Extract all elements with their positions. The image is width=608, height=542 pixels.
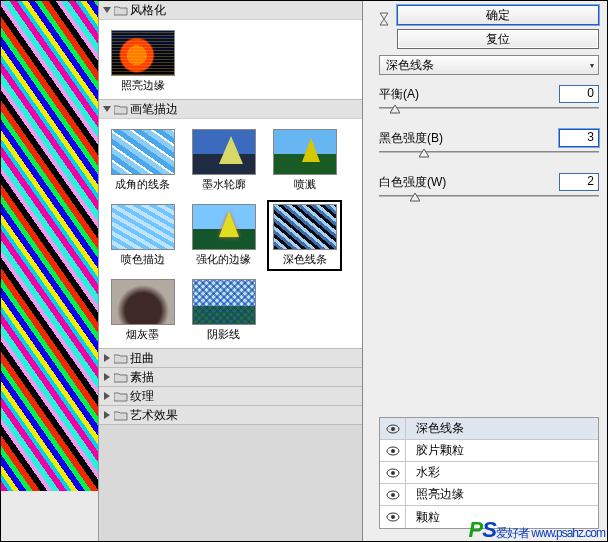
filter-select[interactable]: 深色线条 ▾ (379, 55, 599, 75)
thumb-dark-strokes[interactable]: 深色线条 (267, 200, 342, 271)
eye-icon (386, 468, 400, 478)
layer-name: 深色线条 (406, 420, 464, 437)
slider-black-intensity: 黑色强度(B) 3 (379, 129, 599, 163)
layer-row[interactable]: 水彩 (380, 462, 598, 484)
preview-pane (1, 1, 99, 541)
black-track[interactable] (379, 149, 599, 163)
thumb-sumi-e[interactable]: 烟灰墨 (105, 275, 180, 346)
layer-row[interactable]: 深色线条 (380, 418, 598, 440)
folder-icon (114, 5, 128, 16)
category-header-artistic[interactable]: 艺术效果 (99, 406, 362, 424)
folder-icon (114, 372, 128, 383)
chevron-down-icon (103, 6, 112, 15)
svg-marker-5 (104, 411, 110, 419)
eye-icon (386, 424, 400, 434)
svg-marker-3 (104, 373, 110, 381)
category-stylize: 风格化 照亮边缘 (99, 1, 362, 100)
visibility-toggle[interactable] (380, 462, 406, 483)
layer-row[interactable]: 照亮边缘 (380, 484, 598, 506)
white-track[interactable] (379, 193, 599, 207)
svg-point-14 (391, 449, 395, 453)
balance-track[interactable] (379, 105, 599, 119)
thumb-spatter[interactable]: 喷溅 (267, 125, 342, 196)
svg-point-20 (391, 515, 395, 519)
watermark: PS爱好者 www.psahz.com (469, 517, 605, 542)
thumb-angled-strokes[interactable]: 成角的线条 (105, 125, 180, 196)
chevron-right-icon (103, 373, 112, 382)
thumb-crosshatch[interactable]: 阴影线 (186, 275, 261, 346)
svg-point-16 (391, 471, 395, 475)
chevron-right-icon (103, 354, 112, 363)
slider-label: 黑色强度(B) (379, 130, 443, 147)
chevron-right-icon (103, 392, 112, 401)
folder-icon (114, 410, 128, 421)
panel-collapse-icon[interactable] (379, 5, 393, 32)
preview-image (1, 1, 98, 491)
eye-icon (386, 446, 400, 456)
chevron-right-icon (103, 411, 112, 420)
slider-handle-icon (410, 193, 420, 203)
white-intensity-input[interactable]: 2 (559, 173, 599, 191)
chevron-down-icon: ▾ (590, 61, 594, 70)
svg-marker-0 (103, 7, 111, 13)
category-brush-strokes: 画笔描边 成角的线条 墨水轮廓 喷溅 喷色描边 强化的边缘 深色线条 烟灰墨 阴… (99, 100, 362, 349)
slider-label: 平衡(A) (379, 86, 419, 103)
svg-point-12 (391, 427, 395, 431)
folder-icon (114, 353, 128, 364)
svg-marker-4 (104, 392, 110, 400)
svg-marker-7 (380, 19, 388, 25)
visibility-toggle[interactable] (380, 506, 406, 528)
thumb-image (111, 30, 175, 76)
layer-row[interactable]: 胶片颗粒 (380, 440, 598, 462)
folder-icon (114, 104, 128, 115)
ok-button[interactable]: 确定 (397, 5, 599, 25)
options-panel: 确定 复位 深色线条 ▾ 平衡(A) 0 黑色强度(B) 3 (375, 1, 607, 541)
visibility-toggle[interactable] (380, 418, 406, 439)
category-header-sketch[interactable]: 素描 (99, 368, 362, 386)
balance-input[interactable]: 0 (559, 85, 599, 103)
category-header-brush[interactable]: 画笔描边 (99, 100, 362, 118)
category-header-distort[interactable]: 扭曲 (99, 349, 362, 367)
svg-point-18 (391, 493, 395, 497)
folder-icon (114, 391, 128, 402)
thumb-label: 照亮边缘 (121, 78, 165, 93)
black-intensity-input[interactable]: 3 (559, 129, 599, 147)
svg-marker-2 (104, 354, 110, 362)
reset-button[interactable]: 复位 (397, 29, 599, 49)
filter-select-value: 深色线条 (386, 57, 434, 74)
slider-white-intensity: 白色强度(W) 2 (379, 173, 599, 207)
svg-marker-10 (410, 193, 420, 201)
visibility-toggle[interactable] (380, 484, 406, 505)
chevron-down-icon (103, 105, 112, 114)
slider-handle-icon (390, 105, 400, 115)
visibility-toggle[interactable] (380, 440, 406, 461)
svg-marker-8 (390, 105, 400, 113)
thumb-sprayed-strokes[interactable]: 喷色描边 (105, 200, 180, 271)
slider-label: 白色强度(W) (379, 174, 446, 191)
layer-name: 照亮边缘 (406, 486, 464, 503)
thumb-accented-edges[interactable]: 强化的边缘 (186, 200, 261, 271)
slider-balance: 平衡(A) 0 (379, 85, 599, 119)
category-header-stylize[interactable]: 风格化 (99, 1, 362, 19)
eye-icon (386, 512, 400, 522)
eye-icon (386, 490, 400, 500)
effect-layers: 深色线条 胶片颗粒 水彩 照亮边缘 颗粒 (379, 417, 599, 529)
category-label: 风格化 (130, 2, 166, 19)
category-label: 画笔描边 (130, 101, 178, 118)
layer-name: 水彩 (406, 464, 440, 481)
filter-gallery: 风格化 照亮边缘 画笔描边 成角的线条 墨水轮廓 喷溅 喷色描边 强化的边缘 (99, 1, 363, 541)
svg-marker-9 (419, 149, 429, 157)
svg-marker-1 (103, 106, 111, 112)
thumb-ink-outlines[interactable]: 墨水轮廓 (186, 125, 261, 196)
layer-name: 胶片颗粒 (406, 442, 464, 459)
thumb-glowing-edges[interactable]: 照亮边缘 (105, 26, 180, 97)
slider-handle-icon (419, 149, 429, 159)
layer-name: 颗粒 (406, 509, 440, 526)
category-header-texture[interactable]: 纹理 (99, 387, 362, 405)
